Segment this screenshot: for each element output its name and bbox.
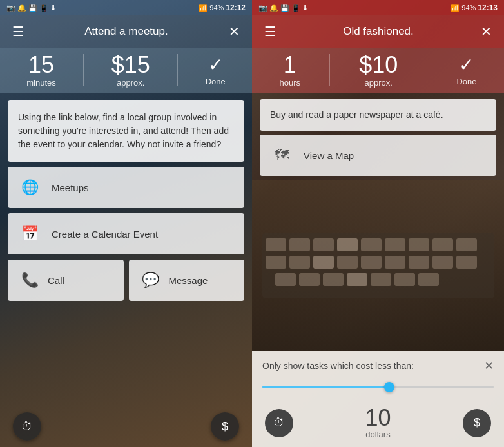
left-time: 12:12 <box>226 3 246 12</box>
right-fab-row: ⏱ 10 dollars $ <box>252 401 504 447</box>
right-done-check: ✓ <box>459 54 474 75</box>
right-notification-icons: 📷 🔔 💾 📱 ⬇ <box>258 4 308 12</box>
svg-rect-1 <box>266 238 286 251</box>
filter-title: Only show tasks which cost less than: <box>262 361 414 371</box>
left-content-area: Using the link below, find a local group… <box>0 93 252 406</box>
right-cost-stat: $10 approx. <box>359 53 398 88</box>
right-map-label: View a Map <box>304 150 354 161</box>
left-message-button[interactable]: 💬 Message <box>129 260 245 301</box>
left-stat-divider-2 <box>177 54 178 86</box>
left-clock-fab[interactable]: ⏱ <box>13 412 41 441</box>
left-time-value: 15 <box>28 53 54 77</box>
dollar-value: 10 <box>365 406 391 430</box>
left-menu-icon[interactable]: ☰ <box>10 21 26 42</box>
left-done-label: Done <box>206 77 226 86</box>
right-status-icons: 📷 🔔 💾 📱 ⬇ <box>258 4 308 12</box>
dollar-label: dollars <box>365 430 391 439</box>
left-globe-icon: 🌐 <box>18 176 41 199</box>
keyboard-svg <box>262 233 494 298</box>
svg-rect-6 <box>385 238 405 251</box>
right-top-bar: ☰ Old fashioned. ✕ <box>252 15 504 48</box>
left-phone-icon: 📞 <box>18 269 41 292</box>
left-close-icon[interactable]: ✕ <box>226 21 242 42</box>
right-cost-value: $10 <box>359 53 398 77</box>
left-panel: 📷 🔔 💾 📱 ⬇ 📶 94% 12:12 ☰ Attend a meetup.… <box>0 0 252 447</box>
right-wifi-icon: 📶 <box>451 4 460 12</box>
right-title: Old fashioned. <box>278 25 478 38</box>
left-meetups-button[interactable]: 🌐 Meetups <box>8 167 244 208</box>
right-time-stat: 1 hours <box>280 53 301 88</box>
right-status-bar: 📷 🔔 💾 📱 ⬇ 📶 94% 12:13 <box>252 0 504 15</box>
left-top-bar: ☰ Attend a meetup. ✕ <box>0 15 252 48</box>
right-map-icon: 🗺 <box>270 144 293 167</box>
filter-close-icon[interactable]: ✕ <box>484 359 494 373</box>
slider-fill <box>262 386 389 388</box>
slider-track[interactable] <box>262 386 494 388</box>
filter-header: Only show tasks which cost less than: ✕ <box>262 359 494 373</box>
left-stat-divider-1 <box>83 54 84 86</box>
left-calendar-button[interactable]: 📅 Create a Calendar Event <box>8 213 244 254</box>
left-status-bar: 📷 🔔 💾 📱 ⬇ 📶 94% 12:12 <box>0 0 252 15</box>
right-description-card: Buy and read a paper newspaper at a café… <box>260 99 496 131</box>
left-time-stat: 15 minutes <box>26 53 56 88</box>
svg-rect-22 <box>347 273 367 286</box>
svg-rect-10 <box>266 256 286 269</box>
svg-rect-21 <box>323 273 344 286</box>
left-stats-row: 15 minutes $15 approx. ✓ Done <box>0 48 252 93</box>
right-stats-row: 1 hours $10 approx. ✓ Done <box>252 48 504 93</box>
svg-rect-8 <box>432 238 453 251</box>
svg-rect-20 <box>299 273 320 286</box>
svg-rect-4 <box>337 238 358 251</box>
left-wifi-icon: 📶 <box>199 4 208 12</box>
dollar-amount-display: 10 dollars <box>365 406 391 439</box>
left-message-label: Message <box>169 275 208 286</box>
svg-rect-25 <box>418 273 439 286</box>
left-cost-unit: approx. <box>117 78 144 88</box>
left-fab-row: ⏱ $ <box>0 406 252 447</box>
svg-rect-16 <box>409 256 429 269</box>
right-cost-unit: approx. <box>365 78 393 88</box>
left-cost-value: $15 <box>111 53 150 77</box>
right-dollar-fab[interactable]: $ <box>463 409 491 437</box>
right-clock-icon: ⏱ <box>273 416 285 430</box>
left-call-button[interactable]: 📞 Call <box>8 260 124 301</box>
svg-rect-23 <box>371 273 391 286</box>
svg-rect-18 <box>456 256 477 269</box>
svg-rect-24 <box>394 273 415 286</box>
slider-thumb[interactable] <box>384 382 394 392</box>
right-panel: 📷 🔔 💾 📱 ⬇ 📶 94% 12:13 ☰ Old fashioned. ✕… <box>252 0 504 447</box>
svg-rect-7 <box>409 238 429 251</box>
right-time-unit: hours <box>280 78 301 88</box>
right-dollar-icon: $ <box>474 416 480 430</box>
right-menu-icon[interactable]: ☰ <box>262 21 278 42</box>
slider-container[interactable] <box>262 378 494 396</box>
filter-panel: Only show tasks which cost less than: ✕ <box>252 351 504 401</box>
svg-rect-17 <box>432 256 453 269</box>
svg-rect-2 <box>289 238 310 251</box>
left-cost-stat: $15 approx. <box>111 53 150 88</box>
right-stat-divider-2 <box>427 54 427 86</box>
right-map-button[interactable]: 🗺 View a Map <box>260 135 496 176</box>
right-close-icon[interactable]: ✕ <box>478 21 494 42</box>
right-description-text: Buy and read a paper newspaper at a café… <box>270 108 486 122</box>
left-status-icons: 📷 🔔 💾 📱 ⬇ <box>6 4 56 12</box>
right-time-value: 1 <box>284 53 296 77</box>
keyboard-image <box>252 180 504 351</box>
left-done-stat: ✓ Done <box>206 54 226 86</box>
left-dollar-fab[interactable]: $ <box>211 412 239 441</box>
left-time-unit: minutes <box>26 78 56 88</box>
left-description-text: Using the link below, find a local group… <box>18 111 234 151</box>
right-clock-fab[interactable]: ⏱ <box>265 409 293 437</box>
left-clock-icon: ⏱ <box>21 420 33 433</box>
left-meetups-label: Meetups <box>52 182 89 193</box>
keyboard-background <box>252 180 504 351</box>
svg-rect-12 <box>313 256 334 269</box>
right-signal-icons: 📶 94% 12:13 <box>451 3 498 12</box>
svg-rect-19 <box>275 273 296 286</box>
svg-rect-5 <box>361 238 382 251</box>
svg-rect-14 <box>361 256 382 269</box>
svg-rect-9 <box>456 238 477 251</box>
right-done-label: Done <box>456 77 476 86</box>
left-description-card: Using the link below, find a local group… <box>8 100 244 162</box>
svg-rect-11 <box>289 256 310 269</box>
